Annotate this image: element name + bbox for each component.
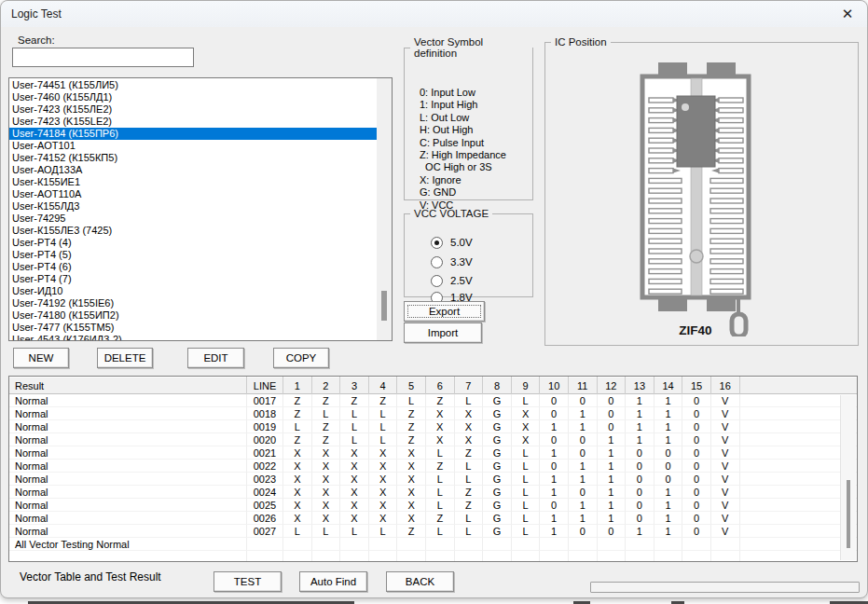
column-header-14[interactable]: 14 bbox=[654, 377, 683, 394]
device-list-item[interactable]: User-AOT110A bbox=[9, 188, 392, 200]
radio-icon[interactable] bbox=[431, 275, 443, 287]
table-row[interactable]: Normal0018ZLLLZXXGX010110V bbox=[9, 407, 857, 420]
test-button[interactable]: TEST bbox=[214, 571, 282, 592]
table-row[interactable]: Normal0023XXXXXLLGL111000V bbox=[9, 473, 857, 486]
scrollbar-thumb[interactable] bbox=[847, 480, 850, 548]
device-list-item[interactable]: User-7423 (K155LE2) bbox=[9, 116, 392, 128]
column-header-11[interactable]: 11 bbox=[569, 377, 598, 394]
pin-cell: Z bbox=[455, 499, 484, 512]
device-list-item[interactable]: User-К155ЛД3 bbox=[9, 200, 392, 213]
search-input[interactable] bbox=[12, 48, 194, 67]
column-header-12[interactable]: 12 bbox=[598, 377, 627, 394]
column-header-3[interactable]: 3 bbox=[340, 377, 369, 394]
result-table-header[interactable]: ResultLINE12345678910111213141516 bbox=[9, 377, 857, 394]
vcc-option-5.0V[interactable]: 5.0V bbox=[431, 236, 473, 249]
column-header-Result[interactable]: Result bbox=[9, 377, 247, 394]
table-row[interactable]: Normal0019LZLLZXXGX110110V bbox=[9, 420, 857, 433]
scrollbar-thumb[interactable] bbox=[381, 291, 387, 321]
export-button[interactable]: Export bbox=[404, 301, 485, 322]
table-row[interactable]: Normal0026XXXXXZLGL111010V bbox=[9, 512, 857, 525]
table-row[interactable]: Normal0027LLLLZLLGL100110V bbox=[9, 525, 857, 538]
device-list-item[interactable]: User-PT4 (6) bbox=[9, 261, 392, 273]
line-cell: 0020 bbox=[247, 433, 283, 446]
pin-cell: 1 bbox=[626, 420, 654, 433]
pin-cell bbox=[598, 538, 627, 551]
device-list-item[interactable]: User-АОД133А bbox=[9, 164, 392, 176]
pin-cell: Z bbox=[426, 512, 455, 525]
pin-cell: 1 bbox=[540, 486, 569, 499]
pin-cell: 0 bbox=[682, 407, 711, 420]
column-header-LINE[interactable]: LINE bbox=[247, 377, 283, 394]
column-header-13[interactable]: 13 bbox=[626, 377, 654, 394]
pin-cell: 0 bbox=[682, 473, 711, 486]
vcc-option-2.5V[interactable]: 2.5V bbox=[431, 274, 473, 287]
table-row[interactable]: Normal0017ZZZZLZLGL000110V bbox=[9, 394, 857, 407]
auto-find-button[interactable]: Auto Find bbox=[299, 571, 367, 592]
pin-cell: L bbox=[512, 499, 541, 512]
vector-symbol-group: Vector Symbol definition 0: Input Low1: … bbox=[404, 36, 533, 200]
column-header-4[interactable]: 4 bbox=[369, 377, 398, 394]
column-header-1[interactable]: 1 bbox=[283, 377, 312, 394]
device-list-item[interactable]: User-74184 (К155ПР6) bbox=[9, 128, 377, 140]
pin-cell: L bbox=[369, 525, 398, 538]
device-list-item[interactable]: User-К155ЛЕ3 (7425) bbox=[9, 225, 392, 237]
table-row[interactable]: Normal0025XXXXXLZGL011010V bbox=[9, 499, 857, 512]
close-button[interactable]: ✕ bbox=[834, 3, 861, 25]
device-list-item[interactable]: User-74152 (К155КП5) bbox=[9, 152, 392, 164]
copy-button[interactable]: COPY bbox=[273, 348, 329, 368]
column-header-7[interactable]: 7 bbox=[455, 377, 484, 394]
table-row[interactable]: Normal0020ZZLLZXXGX001110V bbox=[9, 433, 857, 446]
result-table-scrollbar[interactable] bbox=[840, 395, 856, 560]
column-header-5[interactable]: 5 bbox=[397, 377, 426, 394]
device-list-scrollbar[interactable] bbox=[377, 78, 392, 340]
table-row-footer[interactable]: All Vector Testing Normal bbox=[9, 538, 857, 551]
edit-button[interactable]: EDIT bbox=[187, 348, 244, 368]
column-header-16[interactable]: 16 bbox=[711, 377, 740, 394]
device-list-item[interactable]: User-74451 (К155ЛИ5) bbox=[9, 79, 392, 91]
result-table[interactable]: ResultLINE12345678910111213141516 Normal… bbox=[8, 376, 858, 562]
vcc-option-3.3V[interactable]: 3.3V bbox=[431, 255, 473, 268]
column-header-8[interactable]: 8 bbox=[483, 377, 512, 394]
device-list-item[interactable]: User-PT4 (4) bbox=[9, 237, 392, 249]
table-row-blank[interactable] bbox=[9, 551, 857, 562]
pin-cell: L bbox=[426, 473, 455, 486]
device-list-item[interactable]: User-7477 (K155TM5) bbox=[9, 322, 392, 334]
device-list-item[interactable]: User-74192 (К155IE6) bbox=[9, 297, 392, 309]
result-cell: Normal bbox=[9, 473, 247, 486]
device-list-item[interactable]: User-7423 (К155ЛЕ2) bbox=[9, 103, 392, 116]
table-row[interactable]: Normal0021XXXXXLZGL101000V bbox=[9, 446, 857, 460]
column-header-9[interactable]: 9 bbox=[512, 377, 541, 394]
pin-cell: X bbox=[397, 499, 426, 512]
device-list-item[interactable]: User-PT4 (5) bbox=[9, 249, 392, 261]
pin-cell: L bbox=[369, 433, 398, 446]
device-list-item[interactable]: User-74180 (К155ИП2) bbox=[9, 309, 392, 322]
pin-cell bbox=[711, 551, 740, 562]
pin-cell: 1 bbox=[598, 499, 627, 512]
device-list[interactable]: User-74451 (К155ЛИ5)User-7460 (К155ЛД1)U… bbox=[8, 77, 393, 341]
column-header-10[interactable]: 10 bbox=[540, 377, 569, 394]
result-cell: Normal bbox=[9, 420, 247, 433]
device-list-item[interactable]: User-4543 (К176ИД3-2) bbox=[9, 334, 392, 341]
pin-cell: X bbox=[369, 460, 398, 473]
device-list-item[interactable]: User-AOT101 bbox=[9, 140, 392, 152]
new-button[interactable]: NEW bbox=[13, 348, 69, 368]
device-list-item[interactable]: User-74295 bbox=[9, 213, 392, 225]
delete-button[interactable]: DELETE bbox=[97, 348, 153, 368]
import-button[interactable]: Import bbox=[404, 323, 482, 343]
device-list-item[interactable]: User-7460 (К155ЛД1) bbox=[9, 91, 392, 103]
radio-icon[interactable] bbox=[431, 237, 443, 249]
pin-cell: L bbox=[455, 473, 484, 486]
table-row[interactable]: Normal0022XXXXXZLGL011000V bbox=[9, 460, 857, 473]
column-header-6[interactable]: 6 bbox=[426, 377, 455, 394]
device-list-item[interactable]: User-PT4 (7) bbox=[9, 273, 392, 285]
table-row[interactable]: Normal0024XXXXXLZGL101010V bbox=[9, 486, 857, 499]
device-list-item[interactable]: User-К155ИЕ1 bbox=[9, 176, 392, 188]
column-header-2[interactable]: 2 bbox=[312, 377, 341, 394]
pin-cell: 0 bbox=[682, 486, 711, 499]
back-button[interactable]: BACK bbox=[386, 571, 454, 592]
device-list-item[interactable]: User-ИД10 bbox=[9, 285, 392, 297]
column-header-15[interactable]: 15 bbox=[682, 377, 711, 394]
pin-cell: 0 bbox=[598, 420, 627, 433]
pin-cell: X bbox=[512, 433, 541, 446]
radio-icon[interactable] bbox=[431, 256, 443, 268]
